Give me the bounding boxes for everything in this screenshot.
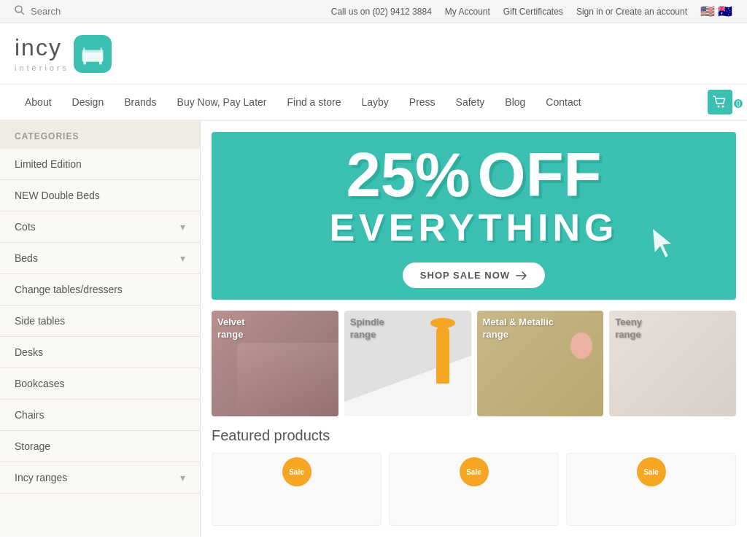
featured-title: Featured products xyxy=(212,427,736,444)
cart-count: 0 xyxy=(732,98,744,109)
sidebar-item-change-tables[interactable]: Change tables/dressers xyxy=(0,274,200,306)
sidebar-label-limited-edition: Limited Edition xyxy=(15,158,82,170)
sidebar-item-storage[interactable]: Storage xyxy=(0,431,200,462)
phone-label: Call us on (02) 9412 3884 xyxy=(331,7,432,17)
range-teeny[interactable]: Teenyrange xyxy=(609,311,736,416)
main-content: 25% OFF EVERYTHING SHOP SALE NOW Velvetr… xyxy=(201,121,747,537)
featured-item-2[interactable]: Sale xyxy=(389,453,559,526)
logo[interactable]: incy interiors xyxy=(15,34,112,73)
nav-bnpl[interactable]: Buy Now, Pay Later xyxy=(167,85,277,120)
sidebar-item-incy-ranges[interactable]: Incy ranges ▾ xyxy=(0,462,200,494)
sidebar-item-desks[interactable]: Desks xyxy=(0,337,200,368)
banner-percent: 25% xyxy=(346,144,470,206)
sale-badge-1: Sale xyxy=(282,457,311,486)
nav-about[interactable]: About xyxy=(15,85,62,120)
cart-button[interactable] xyxy=(708,90,732,114)
sidebar-item-beds[interactable]: Beds ▾ xyxy=(0,243,200,274)
shop-sale-button[interactable]: SHOP SALE NOW xyxy=(403,262,545,288)
sidebar-label-cots: Cots xyxy=(15,221,36,233)
sidebar-item-chairs[interactable]: Chairs xyxy=(0,400,200,431)
sidebar-label-bookcases: Bookcases xyxy=(15,378,64,389)
main-nav: About Design Brands Buy Now, Pay Later F… xyxy=(0,85,747,121)
nav-blog[interactable]: Blog xyxy=(495,85,535,120)
sidebar-item-bookcases[interactable]: Bookcases xyxy=(0,368,200,400)
top-bar: Call us on (02) 9412 3884 My Account Gif… xyxy=(0,0,747,23)
logo-interiors: interiors xyxy=(15,63,69,72)
nav-press[interactable]: Press xyxy=(399,85,446,120)
sidebar-label-new-double-beds: NEW Double Beds xyxy=(15,190,100,201)
range-velvet[interactable]: Velvetrange xyxy=(212,311,338,416)
range-grid: Velvetrange Spindlerange Metal & Metalli… xyxy=(212,311,736,416)
sidebar: CATEGORIES Limited Edition NEW Double Be… xyxy=(0,121,201,537)
svg-line-1 xyxy=(21,12,24,15)
create-account-link[interactable]: Create an account xyxy=(616,7,687,17)
svg-point-8 xyxy=(718,106,720,108)
nav-find-store[interactable]: Find a store xyxy=(277,85,352,120)
search-input[interactable] xyxy=(31,6,118,17)
featured-section: Featured products Sale Sale Sale xyxy=(212,427,736,526)
svg-rect-3 xyxy=(82,50,104,53)
svg-point-9 xyxy=(722,106,724,108)
signin-area: Sign in or Create an account xyxy=(576,7,687,17)
nav-contact[interactable]: Contact xyxy=(535,85,591,120)
svg-rect-6 xyxy=(84,47,85,54)
chevron-down-icon: ▾ xyxy=(180,472,185,483)
sidebar-label-incy-ranges: Incy ranges xyxy=(15,472,67,483)
logo-text-wrap: incy interiors xyxy=(15,34,69,73)
sidebar-label-desks: Desks xyxy=(15,346,43,358)
range-metal[interactable]: Metal & Metallicrange xyxy=(477,311,604,416)
sidebar-item-limited-edition[interactable]: Limited Edition xyxy=(0,149,200,180)
sale-badge-2: Sale xyxy=(460,457,489,486)
main-layout: CATEGORIES Limited Edition NEW Double Be… xyxy=(0,121,747,537)
banner-off: OFF xyxy=(478,144,602,206)
flag-us-icon: 🇺🇸 xyxy=(700,4,715,18)
sidebar-label-change-tables: Change tables/dressers xyxy=(15,284,123,295)
nav-brands[interactable]: Brands xyxy=(114,85,166,120)
sidebar-label-storage: Storage xyxy=(15,440,50,452)
chevron-down-icon: ▾ xyxy=(180,252,185,264)
sidebar-label-beds: Beds xyxy=(15,252,38,264)
flags: 🇺🇸 🇦🇺 xyxy=(700,4,732,18)
svg-rect-5 xyxy=(99,61,102,64)
nav-safety[interactable]: Safety xyxy=(446,85,495,120)
search-icon xyxy=(15,5,25,18)
my-account-link[interactable]: My Account xyxy=(445,7,490,17)
range-spindle[interactable]: Spindlerange xyxy=(344,311,471,416)
svg-rect-2 xyxy=(82,52,104,62)
top-bar-links: Call us on (02) 9412 3884 My Account Gif… xyxy=(331,4,732,18)
range-spindle-label: Spindlerange xyxy=(350,316,384,341)
svg-rect-4 xyxy=(84,61,87,64)
nav-layby[interactable]: Layby xyxy=(351,85,398,120)
logo-incy: incy xyxy=(15,34,62,61)
cursor-decoration xyxy=(646,222,686,272)
categories-heading: CATEGORIES xyxy=(0,121,200,149)
featured-grid: Sale Sale Sale xyxy=(212,453,736,526)
gift-certificates-link[interactable]: Gift Certificates xyxy=(503,7,563,17)
svg-point-0 xyxy=(15,6,22,12)
sidebar-item-new-double-beds[interactable]: NEW Double Beds xyxy=(0,180,200,211)
banner-top: 25% OFF xyxy=(346,144,601,206)
range-velvet-label: Velvetrange xyxy=(217,316,245,341)
range-metal-label: Metal & Metallicrange xyxy=(483,316,554,341)
sale-badge-3: Sale xyxy=(637,457,666,486)
sidebar-item-side-tables[interactable]: Side tables xyxy=(0,306,200,337)
range-teeny-label: Teenyrange xyxy=(615,316,642,341)
sidebar-item-cots[interactable]: Cots ▾ xyxy=(0,211,200,243)
banner-everything: EVERYTHING xyxy=(329,206,618,249)
featured-item-3[interactable]: Sale xyxy=(566,453,736,526)
sign-in-link[interactable]: Sign in xyxy=(576,7,603,17)
sidebar-label-chairs: Chairs xyxy=(15,409,44,421)
chevron-down-icon: ▾ xyxy=(180,221,185,233)
sidebar-label-side-tables: Side tables xyxy=(15,315,65,327)
logo-icon xyxy=(74,35,112,73)
site-header: incy interiors xyxy=(0,23,747,85)
nav-design[interactable]: Design xyxy=(62,85,115,120)
flag-au-icon: 🇦🇺 xyxy=(718,4,732,18)
search-area[interactable] xyxy=(15,5,118,18)
featured-item-1[interactable]: Sale xyxy=(212,453,382,526)
sale-banner[interactable]: 25% OFF EVERYTHING SHOP SALE NOW xyxy=(212,132,736,300)
svg-rect-7 xyxy=(101,47,102,54)
